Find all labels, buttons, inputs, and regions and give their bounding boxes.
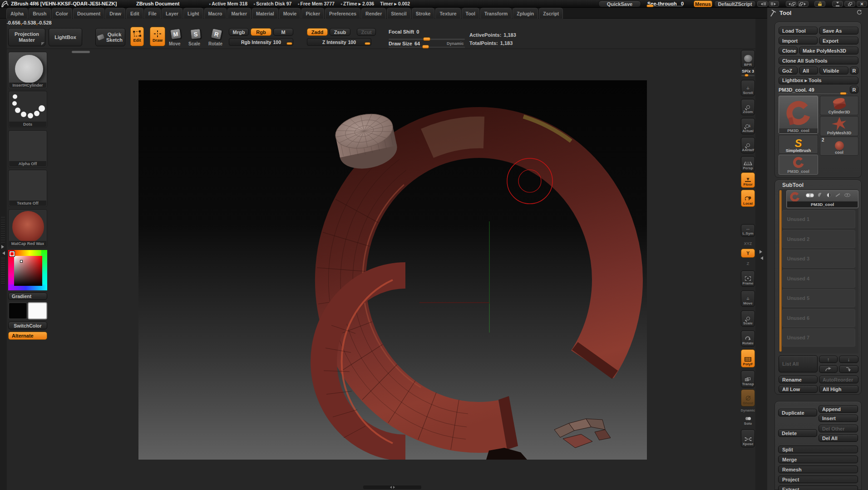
section-header[interactable]: Split <box>778 446 858 453</box>
tool-r-button[interactable]: R <box>850 86 858 93</box>
make-polymesh3d-button[interactable]: Make PolyMesh3D <box>799 47 858 54</box>
quick-sketch-button[interactable]: Quick Sketch <box>95 28 125 46</box>
section-header[interactable]: Merge <box>778 456 858 463</box>
export-button[interactable]: Export <box>819 37 858 44</box>
restore-config-icon[interactable] <box>856 10 862 15</box>
transp-button[interactable]: Transp <box>741 370 755 387</box>
secondary-color-swatch[interactable] <box>28 302 47 319</box>
brush-icon[interactable] <box>835 193 840 197</box>
menu-tab[interactable]: Render <box>361 8 386 19</box>
load-tool-button[interactable]: Load Tool <box>779 27 818 34</box>
section-header[interactable]: Extract <box>778 485 858 490</box>
menu-tab[interactable]: Stencil <box>387 8 410 19</box>
menus-button[interactable]: Menus <box>694 0 712 7</box>
material-thumbnail[interactable]: MatCap Red Wax <box>8 209 47 247</box>
rotate-3d-button[interactable]: Rotate <box>741 330 755 347</box>
menu-tab[interactable]: Movie <box>279 8 301 19</box>
current-brush-thumbnail[interactable]: InsertHCylinder <box>8 52 47 89</box>
lightbox-tools-button[interactable]: Lightbox ▸ Tools <box>779 77 858 84</box>
duplicate-button[interactable]: Duplicate <box>778 409 817 416</box>
edit-button[interactable]: Edit <box>130 27 144 46</box>
document-canvas[interactable] <box>138 80 647 460</box>
xpose-button[interactable]: Xpose <box>741 429 755 447</box>
subtool-slot[interactable]: Unused 4 <box>782 270 855 288</box>
rgb-button[interactable]: Rgb <box>251 28 271 36</box>
current-stroke-thumbnail[interactable]: Dots <box>8 91 47 128</box>
rename-button[interactable]: Rename <box>779 376 818 383</box>
menu-tab[interactable]: Light <box>183 8 203 19</box>
rgb-intensity-slider[interactable]: Rgb Intensity100 <box>229 38 293 46</box>
color-picker[interactable] <box>8 250 47 290</box>
tool-name-knob[interactable] <box>840 92 847 95</box>
menu-tab[interactable]: Draw <box>105 8 125 19</box>
restore-button[interactable] <box>844 1 855 7</box>
rgb-intensity-knob[interactable] <box>286 42 292 45</box>
tool-item-cylinder3d[interactable]: Cylinder3D <box>820 96 858 115</box>
scroll-button[interactable]: ↔↕Scroll <box>741 80 755 96</box>
menu-tab[interactable]: Document <box>73 8 104 19</box>
persp-button[interactable]: Persp <box>741 156 755 172</box>
scale-gyro-button[interactable]: S <box>190 29 201 39</box>
section-header[interactable]: Remesh <box>778 466 858 473</box>
rotate-gyro-button[interactable]: R <box>211 28 222 40</box>
del-all-button[interactable]: Del All <box>819 434 858 442</box>
bottom-tray-handle[interactable] <box>363 485 421 489</box>
goz-all-button[interactable]: All <box>799 67 818 74</box>
scale-3d-button[interactable]: Scale <box>741 310 755 327</box>
mrgb-button[interactable]: Mrgb <box>229 28 249 36</box>
menu-tab[interactable]: Edit <box>126 8 143 19</box>
zsub-button[interactable]: Zsub <box>330 28 350 36</box>
move-down-button[interactable]: ↓ <box>839 356 858 363</box>
spix-slider[interactable] <box>741 75 755 76</box>
right-tray-toggle-button[interactable] <box>769 1 779 7</box>
solo-button[interactable]: Solo <box>741 413 755 426</box>
menu-tab[interactable]: Picker <box>301 8 324 19</box>
goz-visible-button[interactable]: Visible <box>819 67 848 74</box>
aahalf-button[interactable]: AAHalf <box>741 137 755 153</box>
local-button[interactable]: Local <box>741 190 755 207</box>
sv-square[interactable] <box>14 256 42 286</box>
tool-item-cool[interactable]: 2 cool <box>820 137 858 156</box>
floor-button[interactable]: ▼Floor <box>741 172 755 188</box>
insert-button[interactable]: Insert <box>819 415 858 422</box>
contrast-icon[interactable] <box>827 193 831 197</box>
prev-document-button[interactable] <box>786 1 797 7</box>
lock-button[interactable] <box>814 1 825 7</box>
menu-tab[interactable]: Stroke <box>412 8 435 19</box>
menu-tab[interactable]: Tool <box>462 8 479 19</box>
clone-button[interactable]: Clone <box>779 47 798 54</box>
main-color-swatch[interactable] <box>8 302 27 319</box>
projection-master-button[interactable]: Projection Master <box>8 28 45 46</box>
copy-subtool-button[interactable] <box>819 365 838 373</box>
list-all-button[interactable]: List All <box>779 355 818 372</box>
menu-tab[interactable]: Alpha <box>6 8 28 19</box>
close-button[interactable]: × <box>857 1 867 7</box>
paste-subtool-button[interactable] <box>839 365 858 373</box>
close-tray-arrow-icon[interactable] <box>0 251 5 255</box>
draw-size-knob[interactable] <box>422 45 429 49</box>
open-tray-arrow-icon[interactable] <box>1 245 6 249</box>
all-low-button[interactable]: All Low <box>779 385 818 393</box>
alternate-button[interactable]: Alternate <box>8 332 47 340</box>
zadd-button[interactable]: Zadd <box>307 28 328 36</box>
texture-thumbnail[interactable]: Texture Off <box>8 170 47 207</box>
append-button[interactable]: Append <box>819 405 858 413</box>
save-as-button[interactable]: Save As <box>819 27 858 34</box>
polyf-button[interactable]: PolyF <box>741 349 755 368</box>
current-tool-thumbnail[interactable]: PM3D_cool <box>779 96 818 134</box>
menu-tab[interactable]: Texture <box>435 8 460 19</box>
menu-tab[interactable]: Brush <box>29 8 50 19</box>
draw-size-slider[interactable] <box>389 47 465 48</box>
tool-name-slider[interactable]: PM3D_cool.49 <box>779 86 848 94</box>
m-button[interactable]: M <box>273 28 293 36</box>
eye-pair-icon[interactable] <box>806 193 814 197</box>
menu-tab[interactable]: Marker <box>227 8 251 19</box>
switch-color-button[interactable]: SwitchColor <box>8 322 47 329</box>
open-tray-arrow-icon[interactable] <box>760 250 764 254</box>
subtool-slot[interactable]: Unused 5 <box>782 289 855 307</box>
eye-icon[interactable] <box>844 193 850 197</box>
section-header[interactable]: Project <box>778 475 858 483</box>
subtool-slot[interactable]: Unused 2 <box>782 230 855 248</box>
goz-r-button[interactable]: R <box>850 67 858 74</box>
rotate-y-button[interactable]: Y <box>741 249 755 258</box>
